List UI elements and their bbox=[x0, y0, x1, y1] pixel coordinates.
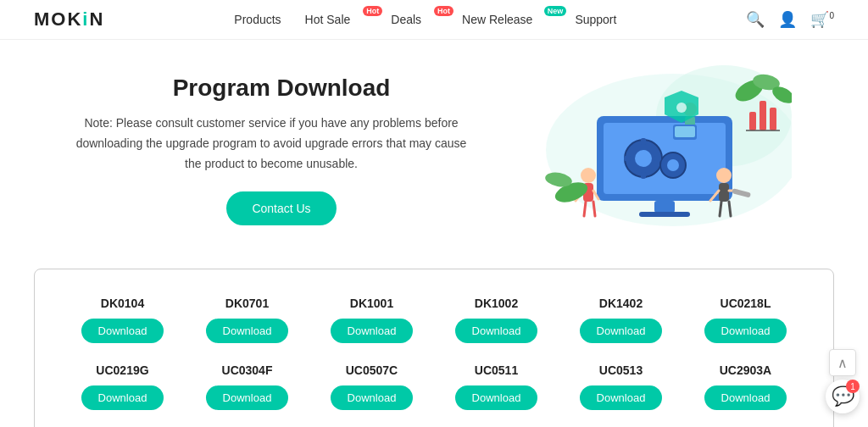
download-cell: UC0219GDownload bbox=[60, 353, 185, 420]
chevron-up-icon: ∧ bbox=[837, 355, 848, 371]
download-cell: UC0513Download bbox=[559, 353, 683, 420]
download-cell: DK1002Download bbox=[434, 286, 559, 353]
product-name: DK1001 bbox=[350, 297, 393, 310]
download-cell: UC0511Download bbox=[434, 353, 559, 420]
nav-products[interactable]: Products bbox=[234, 13, 281, 26]
svg-rect-13 bbox=[639, 212, 690, 217]
download-button[interactable]: Download bbox=[704, 385, 787, 410]
chat-badge: 1 bbox=[846, 380, 860, 393]
cart-icon[interactable]: 🛒0 bbox=[810, 10, 834, 29]
svg-rect-11 bbox=[654, 156, 661, 161]
svg-rect-10 bbox=[624, 156, 631, 161]
download-cell: DK0701Download bbox=[185, 286, 309, 353]
svg-rect-8 bbox=[641, 138, 646, 145]
chat-button[interactable]: 💬 1 bbox=[826, 380, 860, 413]
nav-deals[interactable]: Deals Hot bbox=[391, 13, 438, 26]
product-name: UC0507C bbox=[346, 363, 398, 377]
product-name: UC2903A bbox=[720, 363, 771, 377]
download-cell: UC3908ADownload bbox=[683, 420, 808, 427]
nav-new-release[interactable]: New Release New bbox=[462, 13, 551, 26]
svg-rect-35 bbox=[770, 108, 776, 130]
new-release-badge: New bbox=[544, 6, 567, 16]
product-name: UC0304F bbox=[222, 363, 273, 377]
contact-us-button[interactable]: Contact Us bbox=[226, 191, 336, 225]
product-name: UC0511 bbox=[475, 363, 518, 377]
svg-point-32 bbox=[676, 103, 687, 113]
product-name: UC0513 bbox=[599, 363, 643, 377]
download-button[interactable]: Download bbox=[331, 319, 414, 343]
download-button[interactable]: Download bbox=[455, 319, 538, 343]
download-button[interactable]: Download bbox=[580, 385, 663, 410]
download-button[interactable]: Download bbox=[331, 385, 414, 410]
product-name: DK0104 bbox=[101, 297, 144, 310]
download-cell: UC3703Download bbox=[434, 420, 559, 427]
download-cell: DK0104Download bbox=[60, 286, 185, 353]
svg-line-25 bbox=[720, 202, 721, 216]
download-button[interactable]: Download bbox=[580, 319, 663, 343]
svg-point-14 bbox=[581, 168, 596, 183]
nav-hot-sale[interactable]: Hot Sale Hot bbox=[305, 13, 368, 26]
deals-badge: Hot bbox=[434, 6, 453, 16]
product-name: UC0218L bbox=[721, 297, 771, 310]
svg-rect-9 bbox=[641, 172, 646, 179]
download-grid: DK0104DownloadDK0701DownloadDK1001Downlo… bbox=[60, 286, 808, 427]
hero-illustration bbox=[495, 65, 800, 235]
product-name: DK1402 bbox=[599, 297, 643, 310]
download-cell: UC3306Download bbox=[185, 420, 309, 427]
hero-note: Note: Please consult customer service if… bbox=[68, 114, 475, 174]
download-cell: UC0218LDownload bbox=[683, 286, 808, 353]
product-name: DK0701 bbox=[225, 297, 269, 310]
svg-rect-33 bbox=[749, 112, 756, 130]
download-button[interactable]: Download bbox=[704, 319, 787, 343]
download-cell: DK1402Download bbox=[559, 286, 683, 353]
download-cell: UC3906Download bbox=[559, 420, 683, 427]
download-button[interactable]: Download bbox=[81, 319, 164, 343]
nav-support[interactable]: Support bbox=[575, 13, 616, 26]
hero-text: Program Download Note: Please consult cu… bbox=[68, 75, 495, 225]
svg-rect-30 bbox=[675, 126, 695, 137]
svg-rect-34 bbox=[760, 101, 766, 130]
download-button[interactable]: Download bbox=[206, 385, 289, 410]
main-nav: Products Hot Sale Hot Deals Hot New Rele… bbox=[234, 13, 616, 26]
svg-rect-21 bbox=[719, 183, 729, 202]
download-button[interactable]: Download bbox=[206, 319, 289, 343]
download-cell: UC3702Download bbox=[309, 420, 434, 427]
site-logo: MOKiN bbox=[34, 8, 104, 30]
page-title: Program Download bbox=[68, 75, 495, 102]
download-section: DK0104DownloadDK0701DownloadDK1001Downlo… bbox=[34, 269, 834, 427]
hot-sale-badge: Hot bbox=[363, 6, 382, 16]
download-cell: DK1001Download bbox=[309, 286, 434, 353]
svg-rect-12 bbox=[654, 201, 675, 213]
header-icons: 🔍 👤 🛒0 bbox=[746, 10, 834, 29]
scroll-to-top-button[interactable]: ∧ bbox=[829, 349, 856, 376]
download-cell: UC0304FDownload bbox=[185, 353, 309, 420]
hero-svg bbox=[504, 65, 792, 235]
product-name: DK1002 bbox=[475, 297, 518, 310]
site-header: MOKiN Products Hot Sale Hot Deals Hot Ne… bbox=[0, 0, 868, 40]
download-button[interactable]: Download bbox=[81, 385, 164, 410]
svg-line-18 bbox=[584, 202, 586, 216]
svg-line-26 bbox=[729, 202, 731, 216]
user-icon[interactable]: 👤 bbox=[778, 10, 797, 29]
download-button[interactable]: Download bbox=[455, 385, 538, 410]
download-cell: UC2903ADownload bbox=[683, 353, 808, 420]
hero-section: Program Download Note: Please consult cu… bbox=[0, 40, 868, 252]
product-name: UC0219G bbox=[96, 363, 148, 377]
svg-point-20 bbox=[716, 168, 732, 183]
download-cell: UC3301Download bbox=[60, 420, 185, 427]
download-cell: UC0507CDownload bbox=[309, 353, 434, 420]
svg-point-7 bbox=[667, 159, 679, 171]
svg-line-19 bbox=[593, 202, 595, 216]
search-icon[interactable]: 🔍 bbox=[746, 10, 765, 29]
svg-point-5 bbox=[635, 150, 652, 167]
